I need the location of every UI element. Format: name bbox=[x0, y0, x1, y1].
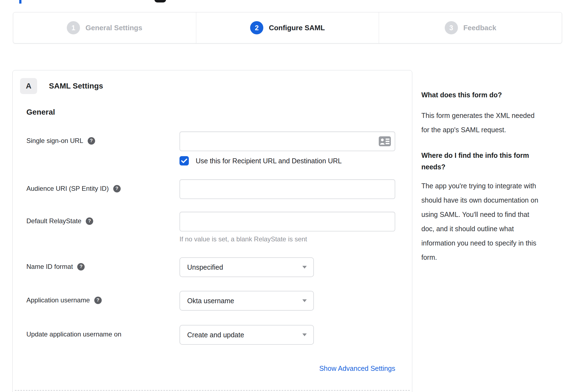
relay-label-cell: Default RelayState ? bbox=[26, 212, 179, 225]
recipient-url-checkbox-row: Use this for Recipient URL and Destinati… bbox=[179, 156, 405, 165]
cropped-header-icon bbox=[154, 0, 166, 2]
application-username-select[interactable]: Okta username bbox=[179, 291, 314, 311]
show-advanced-settings-link[interactable]: Show Advanced Settings bbox=[319, 365, 395, 372]
wizard-stepper: 1 General Settings 2 Configure SAML 3 Fe… bbox=[13, 12, 562, 43]
audience-label-cell: Audience URI (SP Entity ID) ? bbox=[26, 179, 179, 192]
help-answer-2-line: The app you're trying to integrate with bbox=[421, 179, 562, 193]
appuser-help-icon[interactable]: ? bbox=[94, 297, 102, 304]
section-title: SAML Settings bbox=[49, 82, 103, 90]
help-question-2: Where do I find the info this form needs… bbox=[421, 150, 562, 173]
step-configure-saml[interactable]: 2 Configure SAML bbox=[196, 12, 379, 43]
step-2-number: 2 bbox=[250, 21, 263, 34]
nameid-help-icon[interactable]: ? bbox=[77, 263, 85, 270]
help-answer-2-line: using SAML. You'll need to find that bbox=[421, 207, 562, 222]
recipient-url-checkbox-label[interactable]: Use this for Recipient URL and Destinati… bbox=[196, 157, 342, 165]
update-control: Create and update bbox=[179, 325, 314, 345]
help-answer-2: The app you're trying to integrate with … bbox=[421, 179, 562, 264]
section-header: A SAML Settings bbox=[20, 78, 405, 94]
nameid-control: Unspecified bbox=[179, 257, 314, 277]
step-3-label: Feedback bbox=[463, 24, 496, 32]
sso-label: Single sign-on URL bbox=[26, 137, 83, 145]
help-question-1: What does this form do? bbox=[421, 91, 562, 99]
help-answer-2-line: should have its own documentation on bbox=[421, 193, 562, 207]
section-a-badge: A bbox=[20, 78, 37, 94]
relay-help-icon[interactable]: ? bbox=[86, 217, 93, 225]
audience-uri-input[interactable] bbox=[179, 179, 395, 199]
help-answer-2-line: information you need to specify in this bbox=[421, 236, 562, 250]
appuser-label-cell: Application username ? bbox=[26, 291, 179, 304]
nameid-label-cell: Name ID format ? bbox=[26, 257, 179, 270]
relaystate-hint: If no value is set, a blank RelayState i… bbox=[179, 235, 405, 243]
step-3-number: 3 bbox=[445, 21, 458, 34]
recipient-url-checkbox[interactable] bbox=[179, 156, 189, 165]
advanced-settings-row: Show Advanced Settings bbox=[26, 365, 395, 372]
update-username-select[interactable]: Create and update bbox=[179, 325, 314, 345]
nameid-label: Name ID format bbox=[26, 263, 73, 270]
update-label: Update application username on bbox=[26, 330, 121, 338]
contact-card-icon[interactable] bbox=[379, 136, 391, 146]
help-answer-1-line: This form generates the XML needed bbox=[421, 108, 562, 123]
step-feedback[interactable]: 3 Feedback bbox=[379, 12, 562, 43]
row-audience-uri: Audience URI (SP Entity ID) ? bbox=[26, 179, 405, 199]
name-id-format-select[interactable]: Unspecified bbox=[179, 257, 314, 277]
update-label-cell: Update application username on bbox=[26, 325, 179, 338]
audience-help-icon[interactable]: ? bbox=[113, 185, 121, 192]
name-id-format-value: Unspecified bbox=[187, 263, 223, 271]
relay-control bbox=[179, 212, 395, 231]
help-answer-2-line: form. bbox=[421, 250, 562, 264]
row-name-id-format: Name ID format ? Unspecified bbox=[26, 257, 405, 277]
help-sidebar: What does this form do? This form genera… bbox=[421, 91, 562, 264]
default-relaystate-input[interactable] bbox=[179, 212, 395, 231]
dashed-section-divider bbox=[15, 390, 410, 391]
update-username-value: Create and update bbox=[187, 331, 244, 339]
cropped-header-accent bbox=[19, 0, 21, 4]
help-question-2-line: needs? bbox=[421, 161, 562, 173]
step-general-settings[interactable]: 1 General Settings bbox=[13, 12, 196, 43]
help-answer-2-line: doc, and it should outline what bbox=[421, 222, 562, 236]
row-default-relaystate: Default RelayState ? bbox=[26, 212, 405, 231]
help-answer-1: This form generates the XML needed for t… bbox=[421, 108, 562, 137]
chevron-down-icon bbox=[302, 333, 307, 336]
appuser-control: Okta username bbox=[179, 291, 314, 311]
checkmark-icon bbox=[181, 158, 187, 163]
application-username-value: Okta username bbox=[187, 297, 234, 305]
appuser-label: Application username bbox=[26, 296, 90, 304]
row-single-sign-on-url: Single sign-on URL ? bbox=[26, 131, 405, 151]
help-answer-1-line: for the app's SAML request. bbox=[421, 123, 562, 137]
saml-settings-panel: A SAML Settings General Single sign-on U… bbox=[12, 70, 412, 392]
help-question-2-line: Where do I find the info this form bbox=[421, 150, 562, 161]
audience-control bbox=[179, 179, 395, 199]
row-update-application-username: Update application username on Create an… bbox=[26, 325, 405, 345]
sso-label-cell: Single sign-on URL ? bbox=[26, 131, 179, 145]
step-1-label: General Settings bbox=[85, 24, 142, 32]
sso-control bbox=[179, 131, 395, 151]
step-1-number: 1 bbox=[67, 21, 80, 34]
audience-label: Audience URI (SP Entity ID) bbox=[26, 185, 109, 192]
chevron-down-icon bbox=[302, 299, 307, 302]
step-2-label: Configure SAML bbox=[269, 24, 325, 32]
row-application-username: Application username ? Okta username bbox=[26, 291, 405, 311]
chevron-down-icon bbox=[302, 266, 307, 269]
relay-label: Default RelayState bbox=[26, 217, 81, 225]
general-group-heading: General bbox=[26, 108, 405, 117]
saml-general-form: General Single sign-on URL ? bbox=[26, 108, 405, 372]
sso-help-icon[interactable]: ? bbox=[88, 137, 95, 145]
sso-url-input[interactable] bbox=[179, 131, 395, 151]
